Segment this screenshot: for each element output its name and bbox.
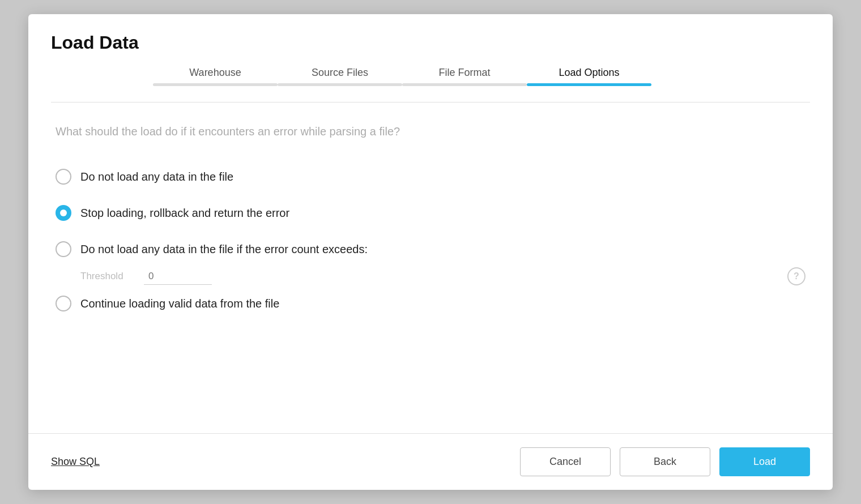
step-file-format-label: File Format — [438, 67, 490, 79]
option-2-row[interactable]: Stop loading, rollback and return the er… — [56, 195, 805, 231]
step-warehouse-bar — [153, 83, 278, 86]
option-3-row[interactable]: Do not load any data in the file if the … — [56, 231, 805, 267]
load-button[interactable]: Load — [719, 447, 810, 476]
option-2-radio[interactable] — [56, 205, 71, 221]
option-2-radio-inner — [60, 210, 67, 216]
option-4-row[interactable]: Continue loading valid data from the fil… — [56, 285, 805, 322]
help-icon[interactable]: ? — [787, 267, 805, 285]
step-source-files: Source Files — [278, 67, 402, 86]
step-file-format-bar — [402, 83, 527, 86]
option-4-label: Continue loading valid data from the fil… — [80, 297, 279, 310]
step-load-options-label: Load Options — [559, 67, 619, 79]
page-title: Load Data — [51, 32, 810, 53]
option-4-radio[interactable] — [56, 296, 71, 311]
step-warehouse: Warehouse — [153, 67, 278, 86]
show-sql-link[interactable]: Show SQL — [51, 456, 100, 468]
option-3-label: Do not load any data in the file if the … — [80, 243, 368, 256]
step-source-files-bar — [278, 83, 402, 86]
option-1-row[interactable]: Do not load any data in the file — [56, 159, 805, 195]
cancel-button[interactable]: Cancel — [520, 447, 611, 476]
options-list: Do not load any data in the file Stop lo… — [56, 159, 805, 322]
option-1-label: Do not load any data in the file — [80, 170, 233, 183]
load-data-dialog: Load Data Warehouse Source Files File Fo… — [28, 14, 833, 490]
dialog-footer: Show SQL Cancel Back Load — [28, 434, 833, 490]
option-2-label: Stop loading, rollback and return the er… — [80, 207, 289, 220]
dialog-body: What should the load do if it encounters… — [28, 102, 833, 433]
threshold-row: Threshold ? — [56, 267, 805, 285]
option-3-radio[interactable] — [56, 241, 71, 257]
step-file-format: File Format — [402, 67, 527, 86]
question-text: What should the load do if it encounters… — [56, 125, 805, 138]
step-warehouse-label: Warehouse — [189, 67, 241, 79]
step-load-options: Load Options — [527, 67, 651, 86]
stepper: Warehouse Source Files File Format Load … — [51, 67, 810, 86]
option-1-radio[interactable] — [56, 169, 71, 185]
step-load-options-bar — [527, 83, 651, 86]
threshold-input[interactable] — [144, 268, 212, 285]
dialog-header: Load Data Warehouse Source Files File Fo… — [28, 14, 833, 102]
step-source-files-label: Source Files — [312, 67, 368, 79]
back-button[interactable]: Back — [620, 447, 710, 476]
threshold-label: Threshold — [80, 271, 137, 282]
